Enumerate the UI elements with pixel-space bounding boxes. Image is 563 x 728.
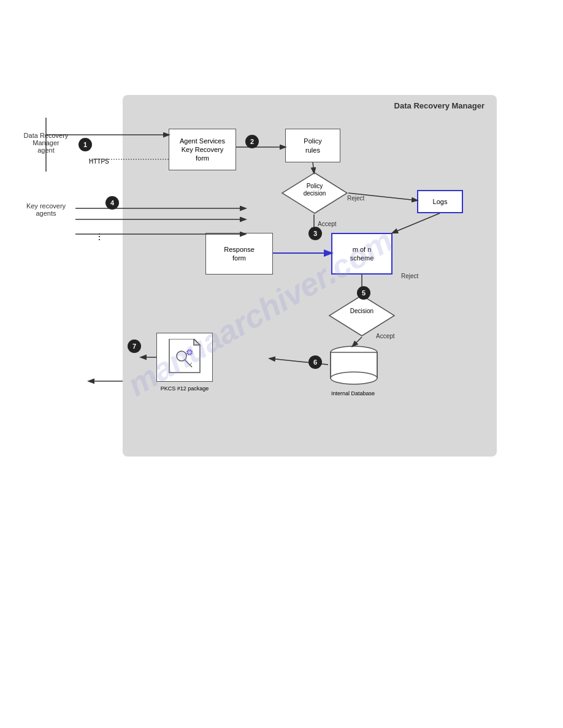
step-3-circle: 3 xyxy=(308,227,322,240)
svg-marker-1 xyxy=(329,295,394,336)
decision-label: Decision xyxy=(343,308,380,315)
policy-decision-container: Policydecision xyxy=(281,172,348,214)
step-5-circle: 5 xyxy=(357,286,370,300)
logs-box: Logs xyxy=(417,190,463,213)
step-2-circle: 2 xyxy=(245,135,259,148)
drm-title: Data Recovery Manager xyxy=(394,101,484,110)
mon-scheme-box: m of nscheme xyxy=(331,233,393,275)
reject1-label: Reject xyxy=(347,195,364,202)
logs-label: Logs xyxy=(433,197,448,206)
dots-label: ⋮ xyxy=(95,232,104,241)
policy-decision-label: Policydecision xyxy=(292,183,337,197)
step-1-circle: 1 xyxy=(79,138,92,151)
agent-services-label: Agent ServicesKey Recoveryform xyxy=(180,137,225,163)
key-recovery-label: Key recoveryagents xyxy=(18,202,74,217)
pkcs12-label: PKCS #12 package xyxy=(150,385,219,392)
step-7-circle: 7 xyxy=(128,339,141,353)
https-label: HTTPS xyxy=(89,158,109,165)
policy-rules-box: Policyrules xyxy=(285,129,340,162)
step-6-circle: 6 xyxy=(308,355,322,369)
policy-rules-label: Policyrules xyxy=(304,137,321,154)
accept1-label: Accept xyxy=(318,221,337,227)
svg-marker-8 xyxy=(194,339,200,345)
step-4-circle: 4 xyxy=(105,196,119,210)
internal-db-label: Internal Database xyxy=(321,390,385,396)
response-form-label: Responseform xyxy=(224,245,255,263)
agent-services-box: Agent ServicesKey Recoveryform xyxy=(169,129,236,170)
decision-container: Decision xyxy=(328,294,396,337)
svg-point-4 xyxy=(331,372,377,384)
accept2-label: Accept xyxy=(376,333,395,339)
svg-line-23 xyxy=(393,213,440,233)
diagram-area: manuaarchiver.com Data Recovery Manager … xyxy=(0,0,563,728)
mon-scheme-label: m of nscheme xyxy=(350,245,374,263)
drm-agent-label: Data RecoveryManageragent xyxy=(18,132,74,154)
internal-db-icon xyxy=(328,345,380,388)
drm-container: Data Recovery Manager Agent ServicesKey … xyxy=(123,95,497,457)
pkcs12-box xyxy=(156,333,213,382)
response-form-box: Responseform xyxy=(205,233,273,275)
reject2-label: Reject xyxy=(401,273,418,279)
